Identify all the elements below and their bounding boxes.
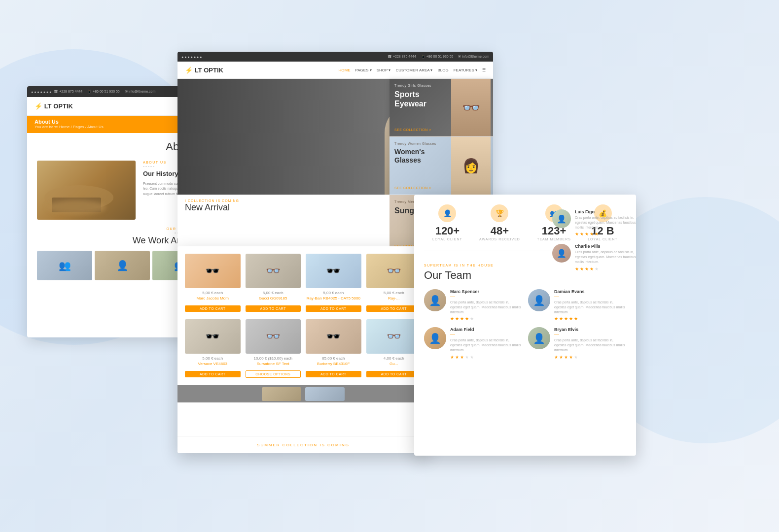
member-info-marc: Marc Spencer ── Cras porta ante, dapibus…	[450, 289, 522, 321]
coll-face-2: 👩	[451, 137, 491, 195]
email: ✉ info@ltheme.com	[125, 90, 156, 94]
member-info-bryan: Bryan Elvis ── Cras porta ante, dapibus …	[554, 327, 626, 359]
add-to-cart-5[interactable]: ADD TO CART	[185, 371, 241, 377]
product-img-8: 👓	[366, 319, 422, 354]
product-card-8: 👓 4,00 € each Gu... ADD TO CART	[366, 319, 422, 378]
team-photo-2: 👤	[95, 251, 150, 280]
coll-label-2: Trendy Women Glasses	[394, 142, 436, 145]
topbar-contact: ☎ +228 875 4444 📱 +86 00 51 930 55 ✉ inf…	[54, 90, 155, 94]
side-members-panel: 👤 Luis Figo Cras porta ante, dapibus ac …	[552, 209, 636, 271]
summer-thumb-2	[305, 387, 345, 401]
member-role-bryan: ──	[554, 333, 626, 336]
home-logo: ⚡ LT OPTIK	[185, 66, 223, 74]
collection-womens[interactable]: Trendy Women Glasses Women'sGlasses SEE …	[390, 137, 493, 195]
product-img-5: 🕶️	[185, 319, 241, 354]
product-price-5: 5,00 € each	[185, 356, 241, 361]
member-avatar-marc: 👤	[424, 289, 446, 311]
home-nav-pages[interactable]: PAGES ▾	[355, 68, 372, 72]
home-phone2: 📱 +86 00 51 930 55	[421, 55, 454, 59]
member-name-marc: Marc Spencer	[450, 289, 522, 294]
product-card-1: 🕶️ 5,00 € each Marc Jacobs Mom ADD TO CA…	[185, 254, 241, 312]
member-info-charlie: Charlie Pills Cras porta ante, dapibus a…	[575, 244, 636, 271]
member-role-damian: ──	[554, 295, 626, 299]
stat-number-2: 48+	[479, 225, 520, 237]
home-navbar: ⚡ LT OPTIK HOME PAGES ▾ SHOP ▾ CUSTOMER …	[177, 62, 493, 79]
member-role-adam: ──	[450, 333, 522, 336]
coll-title-2: Women'sGlasses	[394, 148, 425, 165]
coll-link-1[interactable]: SEE COLLECTION >	[394, 128, 431, 132]
stat-label-2: AWARDS RECEIVED	[479, 237, 520, 241]
stat-icon-1: 👤	[438, 204, 456, 222]
coll-link-2[interactable]: SEE COLLECTION >	[394, 186, 431, 190]
member-desc-charlie: Cras porta ante, dapibus ac facilisis in…	[575, 250, 636, 264]
team-layout: 👤 Marc Spencer ── Cras porta ante, dapib…	[424, 289, 626, 360]
product-price-8: 4,00 € each	[366, 356, 422, 361]
coll-label-1: Trendy Girls Glasses	[394, 84, 431, 87]
home-nav-features[interactable]: FEATURES ▾	[454, 68, 477, 72]
product-img-6: 👓	[246, 319, 301, 354]
member-avatar-adam: 👤	[424, 327, 446, 349]
member-info-luis: Luis Figo Cras porta ante, dapibus ac fa…	[575, 209, 636, 236]
stat-label-1: LOYAL CLIENT	[432, 237, 462, 241]
home-nav-hamburger[interactable]: ☰	[482, 68, 486, 72]
member-desc-adam: Cras porta ante, dapibus ac facilisis in…	[450, 338, 522, 352]
stat-number-1: 120+	[432, 225, 462, 237]
member-avatar-damian: 👤	[528, 289, 550, 311]
stat-icon-2: 🏆	[491, 204, 508, 222]
products-grid-row1: 🕶️ 5,00 € each Marc Jacobs Mom ADD TO CA…	[177, 246, 429, 319]
product-price-3: 5,00 € each	[306, 291, 361, 295]
product-card-5: 🕶️ 5,00 € each Versace VE4603 ADD TO CAR…	[185, 319, 241, 378]
stars-adam: ★ ★ ★ ★ ★	[450, 355, 522, 360]
home-phone1: ☎ +228 875 4444	[388, 55, 416, 59]
member-role-marc: ──	[450, 295, 522, 299]
product-name-1: Marc Jacobs Mom	[185, 296, 241, 300]
member-name-bryan: Bryan Elvis	[554, 327, 626, 332]
phone1: ☎ +228 875 4444	[54, 90, 82, 94]
summer-label: SUMMER COLLECTION IS COMING	[257, 443, 350, 447]
member-avatar-charlie: 👤	[552, 244, 571, 263]
window-team: 👤 120+ LOYAL CLIENT 🏆 48+ AWARDS RECEIVE…	[414, 195, 636, 456]
member-name-damian: Damian Evans	[554, 289, 626, 294]
new-arrival-title: New Arrival	[185, 202, 382, 213]
member-info-damian: Damian Evans ── Cras porta ante, dapibus…	[554, 289, 626, 321]
product-img-7: 🕶️	[306, 319, 361, 354]
stars-bryan: ★ ★ ★ ★ ★	[554, 355, 626, 360]
add-to-cart-3[interactable]: ADD TO CART	[306, 305, 361, 312]
product-img-3: 🕶️	[306, 254, 361, 288]
member-desc-marc: Cras porta ante, dapibus ac facilisis in…	[450, 300, 522, 314]
stars-charlie: ★ ★ ★ ★ ★	[575, 266, 636, 271]
topbar-social-icons: ● ● ● ● ● ● ●	[31, 90, 51, 94]
member-desc-damian: Cras porta ante, dapibus ac facilisis in…	[554, 300, 626, 314]
add-to-cart-4[interactable]: ADD TO CART	[366, 305, 422, 312]
stat-loyal-client: 👤 120+ LOYAL CLIENT	[432, 204, 462, 241]
stars-marc: ★ ★ ★ ★ ★	[450, 316, 522, 321]
collection-sports[interactable]: Trendy Girls Glasses SportsEyewear SEE C…	[390, 79, 493, 137]
coll-face-1: 👓	[451, 79, 491, 136]
add-to-cart-2[interactable]: ADD TO CART	[246, 305, 301, 312]
home-nav-customer[interactable]: CUSTOMER AREA ▾	[395, 68, 432, 72]
add-to-cart-8[interactable]: ADD TO CART	[366, 371, 422, 377]
product-price-1: 5,00 € each	[185, 291, 241, 295]
new-arrival-strip: I COLLECTION IS COMING New Arrival	[177, 195, 390, 254]
home-nav-shop[interactable]: SHOP ▾	[377, 68, 391, 72]
add-to-cart-1[interactable]: ADD TO CART	[185, 305, 241, 312]
product-price-6: 10,00 € ($10.00) each	[246, 356, 301, 361]
choose-options-6[interactable]: CHOOSE OPTIONS	[246, 370, 301, 378]
product-name-5: Versace VE4603	[185, 362, 241, 366]
home-nav-blog[interactable]: BLOG	[437, 68, 448, 72]
stat-awards: 🏆 48+ AWARDS RECEIVED	[479, 204, 520, 241]
member-desc-luis: Cras porta ante, dapibus ac facilisis in…	[575, 215, 636, 230]
product-name-2: Gucci GG09185	[246, 296, 301, 300]
team-photo-1: 👥	[37, 251, 92, 280]
product-price-4: 5,00 € each	[366, 291, 422, 295]
product-name-3: Ray-Ban RB4025 - CAT5 5000	[306, 296, 361, 300]
member-info-adam: Adam Field ── Cras porta ante, dapibus a…	[450, 327, 522, 359]
member-name-adam: Adam Field	[450, 327, 522, 332]
product-name-7: Burberry BE4310F	[306, 362, 361, 366]
member-desc-bryan: Cras porta ante, dapibus ac facilisis in…	[554, 338, 626, 352]
add-to-cart-7[interactable]: ADD TO CART	[306, 371, 361, 377]
product-img-1: 🕶️	[185, 254, 241, 288]
new-arrival-label: I COLLECTION IS COMING	[185, 199, 382, 202]
home-nav-home[interactable]: HOME	[339, 68, 351, 72]
stars-damian: ★ ★ ★ ★ ★	[554, 316, 626, 321]
